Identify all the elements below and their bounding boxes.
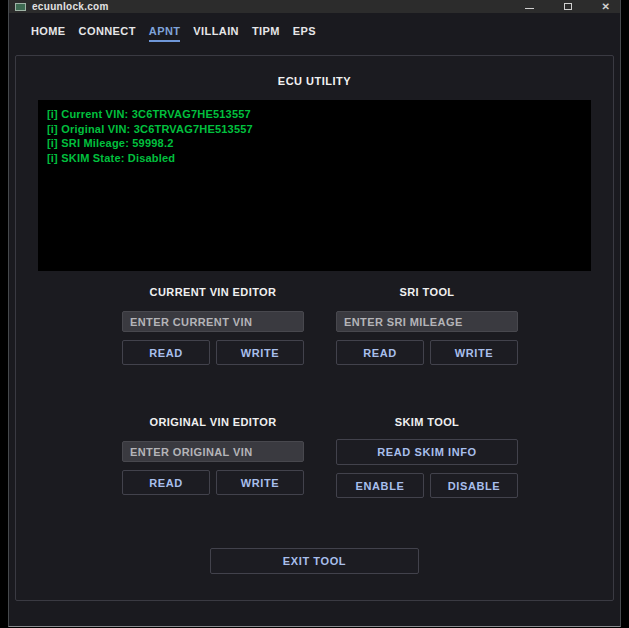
tab-villain[interactable]: VILLAIN (193, 25, 239, 42)
sri-tool-title: SRI TOOL (336, 286, 518, 298)
sri-tool-buttons: READ WRITE (336, 340, 518, 365)
console-line: [i] SKIM State: Disabled (47, 151, 582, 166)
console-line: [i] SRI Mileage: 59998.2 (47, 136, 582, 151)
window-title: ecuunlock.com (32, 1, 525, 12)
app-window: ecuunlock.com ✕ HOME CONNECT APNT VILLAI… (8, 0, 621, 627)
current-vin-input[interactable] (122, 311, 304, 332)
window-controls: ✕ (525, 2, 610, 11)
close-icon[interactable]: ✕ (602, 2, 610, 11)
maximize-icon[interactable] (564, 3, 572, 10)
tab-apnt[interactable]: APNT (149, 25, 181, 42)
original-vin-read-button[interactable]: READ (122, 470, 210, 495)
sri-mileage-input[interactable] (336, 311, 518, 332)
original-vin-buttons: READ WRITE (122, 470, 304, 495)
tab-eps[interactable]: EPS (293, 25, 316, 42)
skim-tool-section: SKIM TOOL READ SKIM INFO ENABLE DISABLE (336, 416, 518, 498)
console-line: [i] Current VIN: 3C6TRVAG7HE513557 (47, 107, 582, 122)
skim-toggle-buttons: ENABLE DISABLE (336, 473, 518, 498)
skim-enable-button[interactable]: ENABLE (336, 473, 424, 498)
current-vin-buttons: READ WRITE (122, 340, 304, 365)
title-bar: ecuunlock.com ✕ (9, 0, 620, 13)
tab-connect[interactable]: CONNECT (79, 25, 136, 42)
current-vin-editor-section: CURRENT VIN EDITOR READ WRITE (122, 286, 304, 365)
current-vin-read-button[interactable]: READ (122, 340, 210, 365)
current-vin-write-button[interactable]: WRITE (216, 340, 304, 365)
sri-tool-section: SRI TOOL READ WRITE (336, 286, 518, 365)
tab-bar: HOME CONNECT APNT VILLAIN TIPM EPS (9, 13, 620, 48)
original-vin-editor-section: ORIGINAL VIN EDITOR READ WRITE (122, 416, 304, 498)
skim-disable-button[interactable]: DISABLE (430, 473, 518, 498)
read-skim-info-button[interactable]: READ SKIM INFO (336, 439, 518, 465)
sri-write-button[interactable]: WRITE (430, 340, 518, 365)
current-vin-editor-title: CURRENT VIN EDITOR (122, 286, 304, 298)
panel-title: ECU UTILITY (16, 75, 613, 87)
original-vin-editor-title: ORIGINAL VIN EDITOR (122, 416, 304, 428)
output-console: [i] Current VIN: 3C6TRVAG7HE513557 [i] O… (38, 100, 591, 271)
original-vin-input[interactable] (122, 441, 304, 462)
original-vin-write-button[interactable]: WRITE (216, 470, 304, 495)
skim-info-row: READ SKIM INFO (336, 439, 518, 465)
exit-row: EXIT TOOL (16, 548, 613, 574)
minimize-icon[interactable] (525, 8, 534, 9)
tab-tipm[interactable]: TIPM (252, 25, 280, 42)
ecu-utility-panel: ECU UTILITY [i] Current VIN: 3C6TRVAG7HE… (15, 55, 614, 601)
tools-grid: CURRENT VIN EDITOR READ WRITE SRI TOOL R… (122, 286, 613, 498)
exit-tool-button[interactable]: EXIT TOOL (210, 548, 419, 574)
sri-read-button[interactable]: READ (336, 340, 424, 365)
skim-tool-title: SKIM TOOL (336, 416, 518, 428)
tab-home[interactable]: HOME (31, 25, 66, 42)
console-line: [i] Original VIN: 3C6TRVAG7HE513557 (47, 122, 582, 137)
app-icon (15, 3, 26, 11)
